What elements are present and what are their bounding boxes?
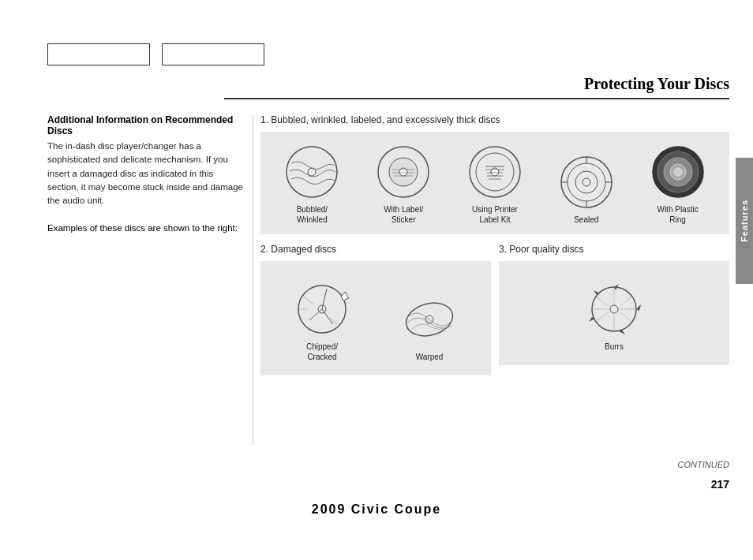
svg-line-33 (303, 297, 314, 304)
disc-printer: Using PrinterLabel Kit (463, 144, 526, 225)
vertical-divider (253, 114, 253, 446)
disc-ring-caption: With PlasticRing (657, 204, 698, 225)
continued-label: CONTINUED (678, 460, 729, 469)
svg-line-53 (601, 312, 609, 317)
svg-point-0 (287, 147, 337, 197)
svg-line-55 (601, 301, 609, 306)
page-title-area: Protecting Your Discs (224, 75, 729, 99)
disc-sealed: Sealed (555, 154, 618, 225)
svg-line-41 (627, 297, 631, 301)
svg-point-30 (674, 168, 682, 176)
disc-sealed-caption: Sealed (574, 215, 598, 225)
section1-disc-row: Bubbled/Wrinkled With L (268, 144, 721, 225)
disc-sticker-svg (375, 144, 432, 200)
disc-sticker-caption: With Label/Sticker (384, 204, 423, 225)
disc-bubbled-caption: Bubbled/Wrinkled (297, 204, 328, 225)
section2: 2. Damaged discs (260, 244, 491, 385)
svg-point-5 (399, 168, 407, 176)
disc-warped-caption: Warped (416, 352, 444, 362)
section2-disc-row: Chipped/Cracked (268, 273, 483, 366)
section1-label: 1. Bubbled, wrinkled, labeled, and exces… (260, 114, 729, 125)
left-section-body: The in-dash disc player/changer has a so… (47, 140, 245, 207)
disc-ring: With PlasticRing (646, 144, 710, 225)
left-examples: Examples of these discs are shown to the… (47, 222, 245, 235)
disc-chipped-svg (294, 281, 350, 338)
section3-disc-row: Burrs (507, 273, 721, 356)
disc-burrs: Burrs (583, 281, 646, 352)
disc-sealed-svg (558, 154, 615, 211)
disc-ring-svg (650, 144, 706, 200)
svg-point-18 (561, 157, 612, 207)
section3-box: Burrs (499, 261, 729, 365)
svg-point-21 (583, 178, 590, 186)
footer-title: 2009 Civic Coupe (0, 502, 753, 517)
bottom-sections: 2. Damaged discs (260, 244, 729, 385)
disc-sticker: With Label/Sticker (372, 144, 435, 225)
main-content: 1. Bubbled, wrinkled, labeled, and exces… (260, 114, 729, 385)
svg-line-43 (627, 317, 631, 322)
section3: 3. Poor quality discs (499, 244, 729, 385)
page-number: 217 (711, 478, 729, 491)
left-column: Additional Information on Recommended Di… (47, 114, 245, 236)
section2-box: Chipped/Cracked (260, 261, 491, 375)
svg-line-47 (597, 297, 601, 301)
disc-chipped: Chipped/Cracked (290, 281, 354, 362)
section2-label: 2. Damaged discs (260, 244, 491, 255)
svg-point-12 (491, 168, 499, 176)
disc-printer-svg (466, 144, 523, 200)
top-nav (47, 43, 264, 65)
svg-point-19 (568, 163, 605, 201)
sidebar-label-text: Features (740, 200, 749, 242)
disc-printer-caption: Using PrinterLabel Kit (472, 204, 518, 225)
page-container: Features Protecting Your Discs Additiona… (0, 0, 753, 560)
disc-bubbled: Bubbled/Wrinkled (280, 144, 343, 225)
section1-box: Bubbled/Wrinkled With L (260, 132, 729, 234)
svg-line-51 (620, 312, 627, 317)
left-section-title: Additional Information on Recommended Di… (47, 114, 245, 136)
sidebar-features: Features (736, 158, 753, 284)
svg-point-20 (575, 171, 598, 193)
page-title: Protecting Your Discs (584, 75, 729, 92)
disc-bubbled-svg (283, 144, 340, 200)
svg-line-35 (330, 317, 337, 324)
section3-label: 3. Poor quality discs (499, 244, 729, 255)
disc-warped: Warped (398, 291, 461, 362)
disc-burrs-svg (586, 281, 642, 338)
disc-warped-svg (401, 291, 458, 348)
svg-line-45 (597, 317, 601, 322)
nav-btn-2[interactable] (162, 43, 264, 65)
svg-point-39 (610, 305, 618, 313)
disc-chipped-caption: Chipped/Cracked (306, 342, 338, 362)
nav-btn-1[interactable] (47, 43, 150, 65)
svg-line-49 (620, 301, 627, 306)
disc-burrs-caption: Burrs (605, 342, 624, 352)
